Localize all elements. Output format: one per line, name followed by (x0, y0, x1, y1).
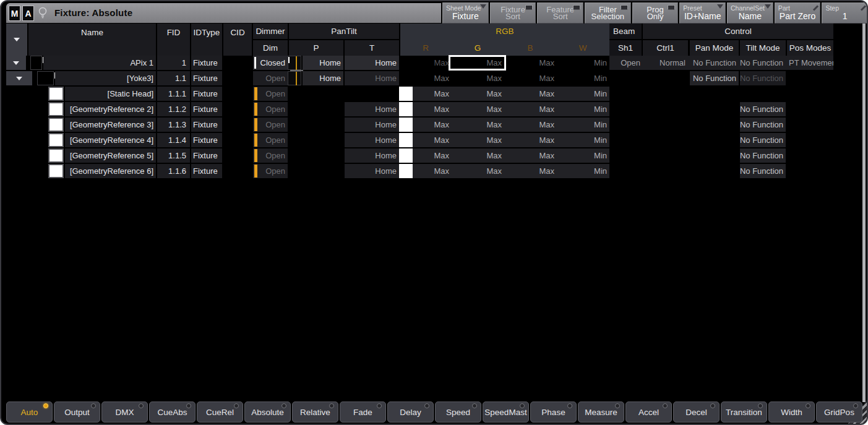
cell-name[interactable]: [Yoke3] (55, 71, 156, 85)
group-header-dimmer[interactable]: Dimmer (253, 24, 288, 39)
topbar-button-fixture-sort[interactable]: FixtureSort (490, 2, 536, 24)
tab-decel[interactable]: Decel (673, 401, 720, 423)
cell-tilt[interactable]: Home (345, 102, 399, 116)
group-header-pantilt[interactable]: PanTilt (289, 24, 399, 39)
topbar-button-filter-selection[interactable]: FilterSelection (585, 2, 631, 24)
cell-tilt-mode[interactable]: No Function (740, 102, 786, 116)
topbar-button-part[interactable]: PartPart Zero (775, 2, 821, 24)
table-row[interactable]: APix 11FixtureClosedHomeHomeMaxMaxMaxMin… (1, 56, 868, 70)
cell-idtype[interactable]: Fixture (191, 102, 222, 116)
cell-name[interactable]: [GeometryReference 2] (65, 102, 156, 116)
cell-idtype[interactable]: Fixture (191, 71, 222, 85)
cell-dimmer[interactable]: Closed (253, 56, 288, 70)
tab-fade[interactable]: Fade (340, 401, 386, 423)
column-header-tilt-mode[interactable]: Tilt Mode (740, 40, 786, 56)
cell-b[interactable]: Max (504, 118, 557, 132)
cell-fid[interactable]: 1.1.6 (157, 164, 190, 178)
cell-w[interactable]: Min (557, 56, 609, 70)
cell-idtype[interactable]: Fixture (191, 56, 222, 70)
cell-w[interactable]: Min (557, 164, 609, 178)
tab-speed[interactable]: Speed (435, 401, 481, 423)
cell-w[interactable]: Min (557, 148, 609, 163)
column-header-tilt[interactable]: T (345, 40, 399, 56)
cell-g[interactable]: Max (452, 87, 504, 101)
cell-tilt-mode[interactable]: No Function (740, 118, 786, 132)
column-header-red[interactable]: R (400, 40, 451, 56)
cell-w[interactable]: Min (557, 102, 609, 116)
column-header-pan-mode[interactable]: Pan Mode (690, 40, 739, 56)
cell-b[interactable]: Max (504, 133, 557, 147)
cell-dimmer[interactable]: Open (253, 164, 288, 178)
cell-name[interactable]: [GeometryReference 3] (65, 118, 156, 132)
cell-pan[interactable]: Home (303, 71, 343, 85)
cell-fid[interactable]: 1 (157, 56, 190, 70)
tab-cueabs[interactable]: CueAbs (149, 401, 196, 423)
topbar-button-preset[interactable]: PresetID+Name (679, 2, 726, 24)
cell-fid[interactable]: 1.1.2 (157, 102, 190, 116)
cell-name[interactable]: [Static Head] (65, 87, 156, 101)
tab-auto[interactable]: Auto (6, 401, 53, 423)
cell-g[interactable]: Max (452, 71, 504, 85)
cell-pan-mode[interactable]: No Function (690, 56, 739, 70)
cell-dimmer[interactable]: Open (253, 102, 288, 116)
table-row[interactable]: [GeometryReference 3]1.1.3FixtureOpenHom… (1, 118, 868, 132)
group-header-beam[interactable]: Beam (609, 24, 642, 39)
tab-absolute[interactable]: Absolute (244, 401, 291, 423)
cell-tilt-mode[interactable]: No Function (740, 164, 786, 178)
table-row[interactable]: [Static Head]1.1.1FixtureOpenMaxMaxMaxMi… (1, 87, 868, 101)
column-header-fid[interactable]: FID (157, 24, 190, 56)
tab-gridpos[interactable]: GridPos (816, 401, 862, 423)
cell-g[interactable]: Max (452, 133, 504, 147)
topbar-button-step[interactable]: Step1 (822, 2, 868, 24)
cell-tilt-mode[interactable]: No Function (740, 56, 786, 70)
cell-r[interactable]: Max (399, 148, 452, 163)
group-header-rgb[interactable]: RGB (400, 24, 609, 39)
cell-r[interactable]: Max (399, 164, 452, 178)
cell-b[interactable]: Max (504, 71, 557, 85)
tab-dmx[interactable]: DMX (101, 401, 148, 423)
cell-tilt-mode[interactable]: No Function (740, 148, 786, 163)
cell-b[interactable]: Max (504, 148, 557, 163)
cell-name[interactable]: [GeometryReference 4] (65, 133, 156, 147)
cell-idtype[interactable]: Fixture (191, 164, 222, 178)
topbar-button-sheet-mode[interactable]: Sheet ModeFixture (442, 2, 489, 24)
cell-fid[interactable]: 1.1.3 (157, 118, 190, 132)
cell-w[interactable]: Min (557, 87, 609, 101)
cell-tilt[interactable]: Home (345, 118, 399, 132)
cell-name[interactable]: [GeometryReference 6] (65, 164, 156, 178)
column-header-pos-modes[interactable]: Pos Modes (787, 40, 833, 56)
cell-sh1[interactable]: Open (609, 56, 643, 70)
cell-w[interactable]: Min (557, 71, 609, 85)
cell-r[interactable]: Max (399, 102, 452, 116)
column-header-white[interactable]: W (557, 40, 609, 56)
cell-dimmer[interactable]: Open (253, 118, 288, 132)
cell-b[interactable]: Max (504, 102, 557, 116)
column-header-green[interactable]: G (452, 40, 504, 56)
table-row[interactable]: [GeometryReference 6]1.1.6FixtureOpenHom… (1, 164, 868, 178)
cell-g[interactable]: Max (452, 118, 504, 132)
cell-fid[interactable]: 1.1 (157, 71, 190, 85)
cell-dimmer[interactable]: Open (253, 133, 288, 147)
cell-tilt[interactable]: Home (345, 56, 399, 70)
cell-fid[interactable]: 1.1.1 (157, 87, 190, 101)
cell-tilt-mode[interactable]: No Function (740, 71, 786, 85)
cell-g[interactable]: Max (452, 148, 504, 163)
tab-output[interactable]: Output (54, 401, 100, 423)
group-header-control[interactable]: Control (643, 24, 833, 39)
cell-tilt-mode[interactable]: No Function (740, 133, 786, 147)
cell-w[interactable]: Min (557, 118, 609, 132)
cell-g[interactable]: Max (452, 102, 504, 116)
cell-tilt[interactable]: Home (345, 71, 399, 85)
table-row[interactable]: [GeometryReference 4]1.1.4FixtureOpenHom… (1, 133, 868, 147)
cell-idtype[interactable]: Fixture (191, 87, 222, 101)
table-row[interactable]: [GeometryReference 5]1.1.5FixtureOpenHom… (1, 148, 868, 163)
cell-idtype[interactable]: Fixture (191, 133, 222, 147)
cell-r[interactable]: Max (399, 87, 452, 101)
cell-dimmer[interactable]: Open (253, 87, 288, 101)
cell-fid[interactable]: 1.1.4 (157, 133, 190, 147)
cell-b[interactable]: Max (504, 164, 557, 178)
column-header-sh1[interactable]: Sh1 (609, 40, 642, 56)
cell-idtype[interactable]: Fixture (191, 148, 222, 163)
cell-idtype[interactable]: Fixture (191, 118, 222, 132)
tab-speedmast[interactable]: SpeedMast (483, 401, 529, 423)
